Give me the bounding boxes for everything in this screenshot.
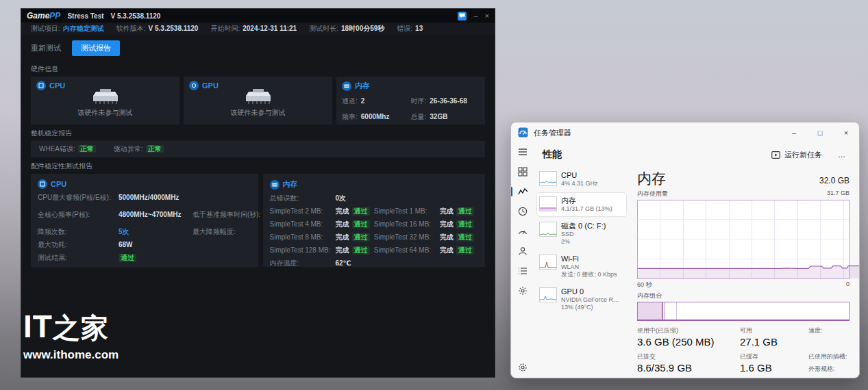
stat-label: 为硬件保留的内存: xyxy=(808,377,860,378)
feedback-icon[interactable] xyxy=(458,12,467,21)
performance-sidebar: CPU4% 4.31 GHz 内存4.1/31.7 GB (13%) 磁盘 0 … xyxy=(534,166,628,378)
summary-label: 错误: xyxy=(397,25,412,32)
memtest-result: 通过 xyxy=(456,246,474,255)
memtest-result: 通过 xyxy=(352,233,370,242)
sidebar-item-name: CPU xyxy=(561,171,598,180)
summary-item: 测试时长:18时00分59秒 xyxy=(309,24,384,34)
sidebar-item-disk[interactable]: 磁盘 0 (C: F:)SSD2% xyxy=(537,218,626,249)
stat-label: 使用中(已压缩) xyxy=(637,326,740,335)
report-label: CPU最大睿频(P核/E核): xyxy=(38,194,119,202)
stat-value: 3.6 GB (250 MB) xyxy=(637,336,740,348)
nav-details-icon[interactable] xyxy=(515,265,530,277)
sidebar-item-name: 内存 xyxy=(561,196,612,205)
sidebar-item-sub: 4.1/31.7 GB (13%) xyxy=(561,205,612,213)
stat-form-factor: 外形规格:DIMM xyxy=(808,365,860,374)
memory-composition-bar xyxy=(637,302,850,321)
sidebar-item-sub: 4% 4.31 GHz xyxy=(561,180,598,187)
memtest-status: 完成 xyxy=(336,220,349,229)
close-button[interactable]: × xyxy=(485,12,489,20)
report-result: 通过 xyxy=(119,254,136,262)
settings-gear-icon[interactable] xyxy=(515,361,530,374)
run-new-task-button[interactable]: 运行新任务 xyxy=(766,147,828,163)
stat-value: 27.1 GB xyxy=(740,336,802,348)
memtest-result: 通过 xyxy=(456,220,474,229)
memory-spec: 频率:6000Mhz xyxy=(342,112,411,122)
wifi-mini-graph xyxy=(539,255,557,270)
taskmgr-titlebar: 任务管理器 – □ × xyxy=(511,122,859,143)
stability-label: 驱动异常: xyxy=(114,145,143,153)
memory-card-label: 内存 xyxy=(355,81,370,91)
maximize-button[interactable]: □ xyxy=(807,122,833,143)
nav-app-history-icon[interactable] xyxy=(515,205,530,218)
sidebar-item-memory[interactable]: 内存4.1/31.7 GB (13%) xyxy=(537,193,626,216)
nav-users-icon[interactable] xyxy=(515,245,530,257)
memory-usage-graph xyxy=(637,200,850,279)
stability-value: 正常 xyxy=(146,145,164,153)
report-label: 全核心频率(P核): xyxy=(38,211,119,219)
page-title: 性能 xyxy=(543,148,562,161)
close-button[interactable]: × xyxy=(833,122,859,143)
memtest-status: 完成 xyxy=(336,246,349,255)
disk-mini-graph xyxy=(539,222,557,237)
spec-value: 2 xyxy=(361,97,365,105)
spec-value: 6000Mhz xyxy=(361,113,390,120)
composition-segment-standby xyxy=(665,302,676,320)
test-report-button[interactable]: 测试报告 xyxy=(72,40,120,56)
memory-report-label: 内存 xyxy=(283,179,298,190)
memtest-result: 通过 xyxy=(352,246,370,255)
nav-menu-icon[interactable] xyxy=(515,146,530,158)
memtest-label: SimpleTest 64 MB: xyxy=(374,246,440,255)
ithome-url: www.ithome.com xyxy=(23,348,119,362)
report-value: 0次 xyxy=(336,194,347,203)
memtest-label: SimpleTest 32 MB: xyxy=(374,233,440,242)
report-value: 5次 xyxy=(119,228,193,236)
logo-text-accent: PP xyxy=(49,11,60,21)
taskmgr-nav-rail xyxy=(511,143,534,378)
section-hardware-title: 硬件信息 xyxy=(21,60,495,77)
report-value: 5000MHz/4000MHz xyxy=(119,194,179,202)
memtest-row: SimpleTest 2 MB:完成通过 xyxy=(270,207,374,216)
section-report-title: 配件稳定性测试报告 xyxy=(21,157,495,174)
memory-icon xyxy=(270,180,280,190)
nav-services-icon[interactable] xyxy=(515,285,530,297)
gpu-card-caption: 该硬件未参与测试 xyxy=(231,108,286,118)
stat-committed: 已提交8.6/35.9 GB xyxy=(637,352,740,374)
memory-report-card: 内存 总错误数:0次 SimpleTest 2 MB:完成通过 SimpleTe… xyxy=(263,174,486,267)
cpu-icon xyxy=(38,179,47,189)
sidebar-item-cpu[interactable]: CPU4% 4.31 GHz xyxy=(537,168,626,191)
nav-processes-icon[interactable] xyxy=(515,166,530,178)
taskmgr-title: 任务管理器 xyxy=(534,128,571,138)
gpu-mini-graph xyxy=(539,287,557,302)
sidebar-item-wifi[interactable]: Wi-FiWLAN发送: 0 接收: 0 Kbps xyxy=(537,251,626,282)
gamepp-logo: GamePP xyxy=(27,11,60,21)
spec-value: 26-36-36-68 xyxy=(430,97,467,105)
minimize-button[interactable]: – xyxy=(473,12,478,20)
memory-usage-line xyxy=(638,200,860,278)
nav-performance-icon[interactable] xyxy=(515,185,530,198)
retest-button[interactable]: 重新测试 xyxy=(31,43,61,53)
summary-item: 错误:13 xyxy=(397,24,423,34)
memtest-row: SimpleTest 8 MB:完成通过 xyxy=(270,233,374,242)
memory-card: 内存 通道:2 时序:26-36-36-68 频率:6000Mhz 总量:32G… xyxy=(336,77,485,125)
sidebar-item-gpu[interactable]: GPU 0NVIDIA GeForce RT...13% (49°C) xyxy=(537,284,626,315)
minimize-button[interactable]: – xyxy=(781,122,807,143)
sidebar-item-sub: 13% (49°C) xyxy=(561,304,620,311)
memtest-label: SimpleTest 8 MB: xyxy=(270,233,336,242)
section-stability-title: 整机稳定报告 xyxy=(21,125,495,141)
gpu-image xyxy=(243,88,273,107)
cpu-image xyxy=(90,88,121,107)
sidebar-item-name: GPU 0 xyxy=(561,287,620,296)
memory-mini-graph xyxy=(539,196,557,211)
stat-label: 已使用的插槽: xyxy=(808,352,860,361)
report-label: 降频次数: xyxy=(38,228,119,236)
x-axis-right-label: 0 xyxy=(846,281,850,289)
nav-startup-apps-icon[interactable] xyxy=(515,225,530,237)
more-options-button[interactable]: … xyxy=(833,151,851,159)
logo-zhijia: 之家 xyxy=(53,313,109,343)
app-version: V 5.3.2538.1120 xyxy=(111,12,161,20)
spec-value: 32GB xyxy=(430,113,447,120)
run-new-task-icon xyxy=(771,151,780,159)
memtest-status: 完成 xyxy=(336,207,349,216)
cpu-report-label: CPU xyxy=(51,180,66,188)
memory-spec: 时序:26-36-36-68 xyxy=(411,96,480,106)
